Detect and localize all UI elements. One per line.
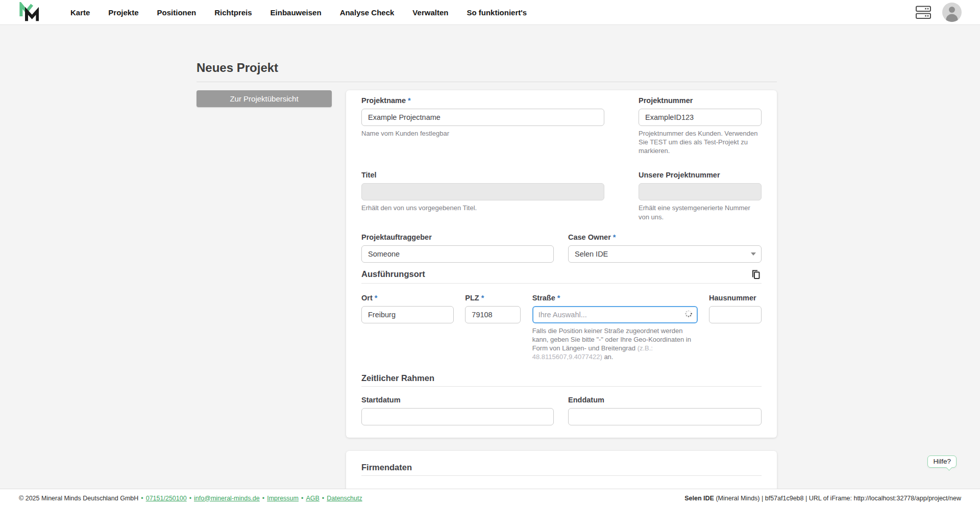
case-owner-label: Case Owner*: [568, 233, 762, 241]
project-overview-button[interactable]: Zur Projektübersicht: [197, 90, 332, 107]
project-form-card: Projektname* Name vom Kunden festlegbar …: [346, 90, 777, 438]
nav-item-positionen[interactable]: Positionen: [157, 8, 197, 17]
startdatum-label: Startdatum: [361, 396, 554, 404]
copy-icon[interactable]: [750, 269, 762, 280]
strasse-helper: Falls die Position keiner Straße zugeord…: [532, 326, 698, 362]
datenschutz-link[interactable]: Datenschutz: [327, 495, 362, 502]
titel-input: [361, 183, 604, 200]
section-ausfuehrungsort: Ausführungsort: [361, 269, 425, 279]
enddatum-input[interactable]: [568, 408, 762, 425]
projektname-label: Projektname*: [361, 96, 604, 105]
impressum-link[interactable]: Impressum: [267, 495, 299, 502]
projektauftraggeber-input[interactable]: [361, 245, 554, 263]
projektname-input[interactable]: [361, 109, 604, 126]
plz-label: PLZ*: [465, 294, 521, 302]
agb-link[interactable]: AGB: [306, 495, 319, 502]
page-title: Neues Projekt: [197, 61, 777, 75]
required-marker: *: [408, 96, 411, 105]
phone-link[interactable]: 07151/250100: [146, 495, 187, 502]
section-divider: [361, 283, 762, 284]
user-avatar-icon[interactable]: [942, 3, 962, 22]
plz-input[interactable]: [465, 306, 521, 323]
footer-session-details: (Mineral Minds) | bf57af1c9eb8 | URL of …: [714, 495, 961, 502]
unsere-projektnummer-label: Unsere Projektnummer: [639, 171, 762, 179]
projektnummer-input[interactable]: [639, 109, 762, 126]
mineral-minds-logo[interactable]: [18, 2, 39, 22]
strasse-field: [532, 306, 698, 323]
section-firmendaten: Firmendaten: [361, 463, 412, 472]
nav-item-verwalten[interactable]: Verwalten: [412, 8, 448, 17]
section-divider: [361, 386, 762, 387]
titel-helper: Erhält den von uns vorgegebenen Titel.: [361, 204, 604, 212]
nav-item-so-funktionierts[interactable]: So funktioniert's: [467, 8, 527, 17]
strasse-input[interactable]: [533, 307, 684, 322]
copyright-text: © 2025 Mineral Minds Deutschland GmbH: [19, 495, 138, 502]
chevron-down-icon: [751, 252, 756, 256]
projektnummer-label: Projektnummer: [639, 96, 762, 105]
ort-input[interactable]: [361, 306, 454, 323]
main-nav: Karte Projekte Positionen Richtpreis Ein…: [70, 8, 916, 17]
ort-label: Ort*: [361, 294, 454, 302]
required-marker: *: [557, 294, 560, 302]
unsere-projektnummer-input: [639, 183, 762, 200]
main-area: Neues Projekt Zur Projektübersicht Proje…: [0, 25, 980, 489]
projektauftraggeber-label: Projektauftraggeber: [361, 233, 554, 241]
case-owner-select[interactable]: Selen IDE: [568, 245, 762, 263]
nav-item-einbauweisen[interactable]: Einbauweisen: [271, 8, 322, 17]
nav-item-richtpreis[interactable]: Richtpreis: [214, 8, 252, 17]
firmendaten-card: Firmendaten: [346, 451, 777, 489]
top-navbar: Karte Projekte Positionen Richtpreis Ein…: [0, 0, 980, 25]
unsere-projektnummer-helper: Erhält eine systemgenerierte Nummer von …: [639, 204, 762, 221]
hausnummer-input[interactable]: [709, 306, 762, 323]
projektname-helper: Name vom Kunden festlegbar: [361, 129, 604, 138]
projektnummer-helper: Projektnummer des Kunden. Verwenden Sie …: [639, 129, 762, 155]
section-zeitlicher-rahmen: Zeitlicher Rahmen: [361, 373, 434, 383]
section-divider: [361, 475, 762, 476]
footer-left: © 2025 Mineral Minds Deutschland GmbH•07…: [19, 495, 362, 502]
navbar-right: [916, 3, 962, 22]
hausnummer-label: Hausnummer: [709, 294, 762, 302]
loading-spinner-icon: [684, 310, 693, 320]
nav-item-karte[interactable]: Karte: [70, 8, 90, 17]
strasse-label: Straße*: [532, 294, 698, 302]
enddatum-label: Enddatum: [568, 396, 762, 404]
startdatum-input[interactable]: [361, 408, 554, 425]
footer-session-info: Selen IDE (Mineral Minds) | bf57af1c9eb8…: [684, 495, 961, 502]
required-marker: *: [481, 294, 484, 302]
footer-user: Selen IDE: [684, 495, 714, 502]
case-owner-value: Selen IDE: [575, 250, 608, 258]
footer: © 2025 Mineral Minds Deutschland GmbH•07…: [0, 489, 980, 507]
titel-label: Titel: [361, 171, 604, 179]
email-link[interactable]: info@mineral-minds.de: [194, 495, 260, 502]
required-marker: *: [375, 294, 378, 302]
nav-item-projekte[interactable]: Projekte: [108, 8, 138, 17]
server-icon[interactable]: [916, 6, 931, 19]
help-button[interactable]: Hilfe?: [927, 455, 957, 468]
nav-item-analyse-check[interactable]: Analyse Check: [340, 8, 395, 17]
required-marker: *: [613, 233, 616, 241]
